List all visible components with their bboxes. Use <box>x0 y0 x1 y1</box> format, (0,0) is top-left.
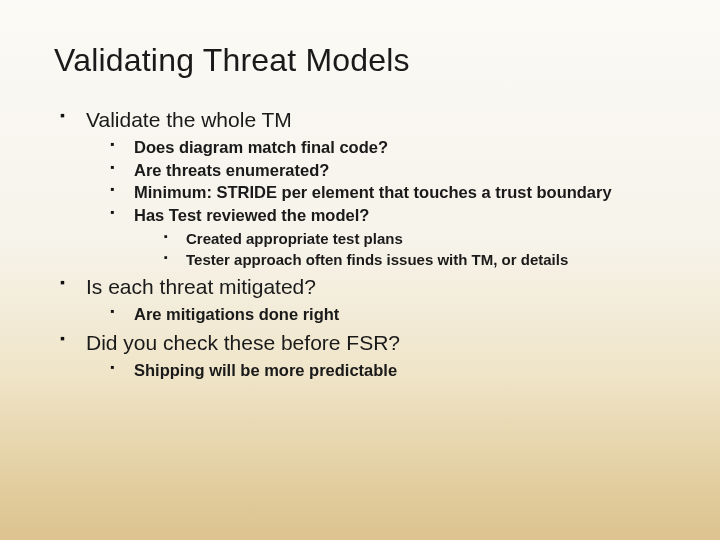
slide: Validating Threat Models Validate the wh… <box>0 0 720 540</box>
l2-text: Does diagram match final code? <box>134 138 388 156</box>
l2-text: Minimum: STRIDE per element that touches… <box>134 183 612 201</box>
l2-item: Shipping will be more predictable <box>108 360 666 381</box>
l3-item: Tester approach often finds issues with … <box>162 250 666 270</box>
l3-text: Created appropriate test plans <box>186 230 403 247</box>
bullet-list-level2: Shipping will be more predictable <box>86 360 666 381</box>
bullet-list-level3: Created appropriate test plans Tester ap… <box>134 229 666 269</box>
bullet-list-level2: Are mitigations done right <box>86 304 666 325</box>
l2-text: Has Test reviewed the model? <box>134 206 369 224</box>
l1-item: Validate the whole TM Does diagram match… <box>58 107 666 269</box>
l1-item: Did you check these before FSR? Shipping… <box>58 330 666 382</box>
l2-item: Minimum: STRIDE per element that touches… <box>108 182 666 203</box>
l2-item: Are mitigations done right <box>108 304 666 325</box>
bullet-list-level2: Does diagram match final code? Are threa… <box>86 137 666 269</box>
l2-text: Shipping will be more predictable <box>134 361 397 379</box>
l2-item: Are threats enumerated? <box>108 160 666 181</box>
slide-title: Validating Threat Models <box>54 42 666 79</box>
l2-text: Are threats enumerated? <box>134 161 329 179</box>
l1-text: Did you check these before FSR? <box>86 331 400 354</box>
l1-item: Is each threat mitigated? Are mitigation… <box>58 274 666 326</box>
l1-text: Is each threat mitigated? <box>86 275 316 298</box>
l3-text: Tester approach often finds issues with … <box>186 251 568 268</box>
l3-item: Created appropriate test plans <box>162 229 666 249</box>
l2-item: Has Test reviewed the model? Created app… <box>108 205 666 269</box>
l1-text: Validate the whole TM <box>86 108 292 131</box>
l2-item: Does diagram match final code? <box>108 137 666 158</box>
bullet-list-level1: Validate the whole TM Does diagram match… <box>54 107 666 381</box>
l2-text: Are mitigations done right <box>134 305 339 323</box>
